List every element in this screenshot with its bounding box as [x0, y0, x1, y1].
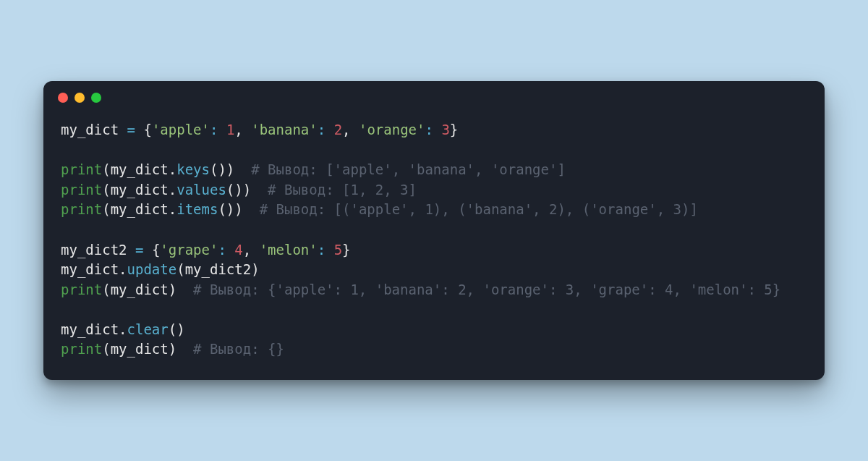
- method: values: [176, 182, 226, 198]
- code-block: my_dict = {'apple': 1, 'banana': 2, 'ora…: [43, 106, 825, 380]
- builtin: print: [61, 341, 102, 357]
- dot: .: [169, 161, 176, 177]
- identifier: my_dict2: [185, 261, 252, 277]
- number: 2: [334, 122, 342, 138]
- code-line: print(my_dict) # Вывод: {}: [61, 341, 284, 357]
- colon: :: [318, 242, 326, 258]
- string: 'grape': [160, 242, 218, 258]
- colon: :: [218, 242, 226, 258]
- method: keys: [176, 161, 210, 177]
- call: (): [210, 161, 226, 177]
- code-line: print(my_dict.items()) # Вывод: [('apple…: [61, 201, 698, 217]
- code-line: my_dict = {'apple': 1, 'banana': 2, 'ora…: [61, 122, 458, 138]
- traffic-light-minimize-icon[interactable]: [75, 93, 85, 103]
- identifier: my_dict: [111, 341, 169, 357]
- comma: ,: [234, 122, 251, 138]
- paren: (: [102, 341, 110, 357]
- traffic-light-close-icon[interactable]: [58, 93, 68, 103]
- colon: :: [318, 122, 326, 138]
- comma: ,: [243, 242, 260, 258]
- window-titlebar: [43, 81, 825, 106]
- call: (): [226, 182, 243, 198]
- dot: .: [119, 321, 127, 337]
- builtin: print: [61, 161, 102, 177]
- string: 'apple': [152, 122, 210, 138]
- comment: # Вывод: {'apple': 1, 'banana': 2, 'oran…: [193, 282, 780, 297]
- comment: # Вывод: {}: [193, 341, 284, 357]
- operator: =: [135, 242, 143, 258]
- code-line: print(my_dict.keys()) # Вывод: ['apple',…: [61, 161, 566, 177]
- paren: ): [243, 182, 251, 198]
- code-line: my_dict.update(my_dict2): [61, 261, 260, 277]
- colon: :: [210, 122, 218, 138]
- paren: (: [102, 201, 110, 217]
- paren: (: [102, 282, 110, 297]
- comment: # Вывод: [1, 2, 3]: [268, 182, 417, 198]
- paren: ): [251, 261, 259, 277]
- code-line: print(my_dict.values()) # Вывод: [1, 2, …: [61, 182, 417, 198]
- code-line: my_dict2 = {'grape': 4, 'melon': 5}: [61, 242, 351, 258]
- code-line: print(my_dict) # Вывод: {'apple': 1, 'ba…: [61, 282, 780, 297]
- number: 3: [441, 122, 449, 138]
- paren: ): [169, 341, 176, 357]
- dot: .: [169, 182, 176, 198]
- colon: :: [425, 122, 433, 138]
- identifier: my_dict: [111, 201, 169, 217]
- code-line: my_dict.clear(): [61, 321, 185, 337]
- dot: .: [169, 201, 176, 217]
- brace: }: [342, 242, 350, 258]
- call: (): [218, 201, 234, 217]
- call: (): [169, 321, 185, 337]
- number: 5: [334, 242, 342, 258]
- code-window: my_dict = {'apple': 1, 'banana': 2, 'ora…: [43, 81, 825, 380]
- brace: {: [143, 122, 151, 138]
- string: 'orange': [359, 122, 425, 138]
- number: 4: [234, 242, 242, 258]
- comma: ,: [342, 122, 359, 138]
- string: 'melon': [260, 242, 318, 258]
- method: clear: [127, 321, 169, 337]
- paren: ): [226, 161, 234, 177]
- paren: ): [169, 282, 176, 297]
- builtin: print: [61, 182, 102, 198]
- comment: # Вывод: ['apple', 'banana', 'orange']: [251, 161, 566, 177]
- string: 'banana': [251, 122, 318, 138]
- identifier: my_dict: [61, 261, 119, 277]
- operator: =: [127, 122, 135, 138]
- comment: # Вывод: [('apple', 1), ('banana', 2), (…: [260, 201, 698, 217]
- page-background: my_dict = {'apple': 1, 'banana': 2, 'ora…: [0, 0, 868, 461]
- identifier: my_dict: [111, 182, 169, 198]
- identifier: my_dict: [111, 282, 169, 297]
- brace: }: [450, 122, 458, 138]
- method: update: [127, 261, 177, 277]
- number: 1: [226, 122, 234, 138]
- identifier: my_dict: [111, 161, 169, 177]
- brace: {: [152, 242, 160, 258]
- traffic-light-zoom-icon[interactable]: [91, 93, 101, 103]
- builtin: print: [61, 282, 102, 297]
- identifier: my_dict: [61, 321, 119, 337]
- paren: ): [234, 201, 242, 217]
- identifier: my_dict: [61, 122, 119, 138]
- method: items: [176, 201, 218, 217]
- paren: (: [102, 182, 110, 198]
- paren: (: [176, 261, 184, 277]
- paren: (: [102, 161, 110, 177]
- builtin: print: [61, 201, 102, 217]
- dot: .: [119, 261, 127, 277]
- identifier: my_dict2: [61, 242, 127, 258]
